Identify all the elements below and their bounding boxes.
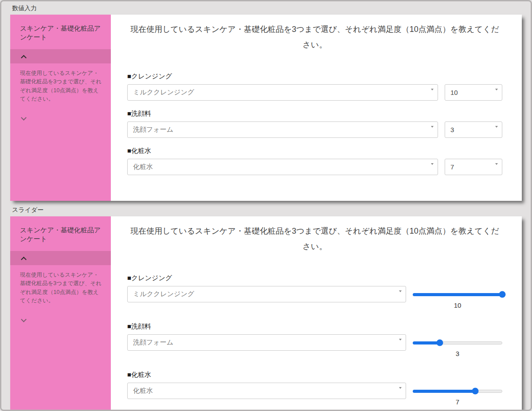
section-label-slider: スライダー [12, 206, 532, 214]
slider-fill [413, 293, 502, 296]
item-row-lotion: ■化粧水 化粧水 7 [127, 371, 502, 406]
item-row-face-wash: ■洗顔料 洗顔フォーム 3 [127, 110, 502, 138]
item-label: ■化粧水 [127, 147, 502, 155]
slider-value: 10 [413, 301, 502, 309]
survey-title: スキンケア・基礎化粧品アンケート [10, 15, 111, 49]
question-text: 現在使用しているスキンケア・基礎化粧品を3つまで選び、それぞれ満足度（10点満点… [127, 22, 502, 53]
item-label: ■洗顔料 [127, 322, 502, 331]
sidebar-collapse-bar[interactable] [10, 251, 111, 265]
dropdown-arrow-icon [399, 339, 402, 341]
product-dropdown[interactable]: ミルククレンジング [127, 84, 438, 101]
product-dropdown-value: ミルククレンジング [133, 88, 194, 97]
sidebar-collapse-bar[interactable] [10, 49, 111, 63]
slider-thumb[interactable] [472, 388, 479, 395]
survey-title: スキンケア・基礎化粧品アンケート [10, 216, 111, 251]
chevron-down-icon [21, 317, 27, 322]
product-dropdown-value: 洗顔フォーム [133, 125, 173, 134]
dropdown-arrow-icon [495, 163, 498, 165]
dropdown-arrow-icon [431, 126, 434, 128]
item-row-cleansing: ■クレンジング ミルククレンジング 10 [127, 274, 502, 309]
item-row-lotion: ■化粧水 化粧水 7 [127, 147, 502, 175]
survey-panel-slider: スキンケア・基礎化粧品アンケート 現在使用しているスキンケア・基礎化粧品を3つま… [10, 216, 522, 411]
dropdown-arrow-icon [431, 163, 434, 165]
chevron-up-icon [21, 256, 27, 262]
dropdown-arrow-icon [495, 89, 498, 90]
slider-fill [413, 390, 475, 393]
product-dropdown-value: ミルククレンジング [133, 290, 194, 298]
sidebar-question-summary: 現在使用しているスキンケア・基礎化粧品を3つまで選び、それぞれ満足度（10点満点… [10, 265, 111, 305]
sidebar-expand-control[interactable] [22, 315, 29, 321]
score-dropdown-value: 10 [450, 89, 458, 96]
sidebar-question-summary: 現在使用しているスキンケア・基礎化粧品を3つまで選び、それぞれ満足度（10点満点… [10, 63, 111, 104]
dropdown-arrow-icon [495, 126, 498, 128]
item-label: ■洗顔料 [127, 110, 502, 118]
sidebar-expand-control[interactable] [22, 114, 29, 119]
slider-fill [413, 341, 440, 344]
survey-content: 現在使用しているスキンケア・基礎化粧品を3つまで選び、それぞれ満足度（10点満点… [111, 15, 522, 201]
product-dropdown-value: 化粧水 [133, 163, 153, 171]
satisfaction-slider-block: 3 [413, 334, 502, 357]
score-dropdown[interactable]: 7 [445, 159, 502, 175]
product-dropdown[interactable]: 洗顔フォーム [127, 334, 406, 351]
slider-value: 7 [413, 398, 502, 406]
score-dropdown-value: 3 [450, 126, 454, 133]
satisfaction-slider[interactable] [413, 339, 502, 346]
product-dropdown[interactable]: ミルククレンジング [127, 286, 406, 302]
item-row-face-wash: ■洗顔料 洗顔フォーム 3 [127, 322, 502, 357]
score-dropdown[interactable]: 10 [445, 84, 502, 101]
question-text: 現在使用しているスキンケア・基礎化粧品を3つまで選び、それぞれ満足度（10点満点… [127, 223, 502, 254]
survey-content: 現在使用しているスキンケア・基礎化粧品を3つまで選び、それぞれ満足度（10点満点… [111, 216, 522, 411]
chevron-down-icon [21, 115, 27, 121]
chevron-up-icon [21, 55, 27, 60]
dropdown-arrow-icon [399, 290, 402, 292]
product-dropdown[interactable]: 化粧水 [127, 383, 406, 399]
product-dropdown[interactable]: 洗顔フォーム [127, 121, 438, 138]
slider-thumb[interactable] [436, 340, 443, 346]
product-dropdown-value: 洗顔フォーム [133, 338, 173, 347]
item-label: ■クレンジング [127, 72, 502, 81]
score-dropdown[interactable]: 3 [445, 121, 502, 138]
survey-sidebar: スキンケア・基礎化粧品アンケート 現在使用しているスキンケア・基礎化粧品を3つま… [10, 15, 111, 201]
dropdown-arrow-icon [399, 387, 402, 389]
survey-panel-numeric: スキンケア・基礎化粧品アンケート 現在使用しているスキンケア・基礎化粧品を3つま… [10, 15, 522, 201]
dropdown-arrow-icon [431, 89, 434, 90]
product-dropdown[interactable]: 化粧水 [127, 159, 438, 175]
satisfaction-slider-block: 7 [413, 383, 502, 406]
satisfaction-slider-block: 10 [413, 286, 502, 309]
item-row-cleansing: ■クレンジング ミルククレンジング 10 [127, 72, 502, 101]
item-label: ■クレンジング [127, 274, 502, 282]
score-dropdown-value: 7 [450, 163, 454, 171]
product-dropdown-value: 化粧水 [133, 387, 153, 395]
survey-sidebar: スキンケア・基礎化粧品アンケート 現在使用しているスキンケア・基礎化粧品を3つま… [10, 216, 111, 411]
satisfaction-slider[interactable] [413, 291, 502, 298]
section-label-numeric-input: 数値入力 [12, 4, 532, 12]
slider-thumb[interactable] [499, 291, 506, 298]
item-label: ■化粧水 [127, 371, 502, 379]
slider-value: 3 [413, 350, 502, 357]
satisfaction-slider[interactable] [413, 388, 502, 395]
